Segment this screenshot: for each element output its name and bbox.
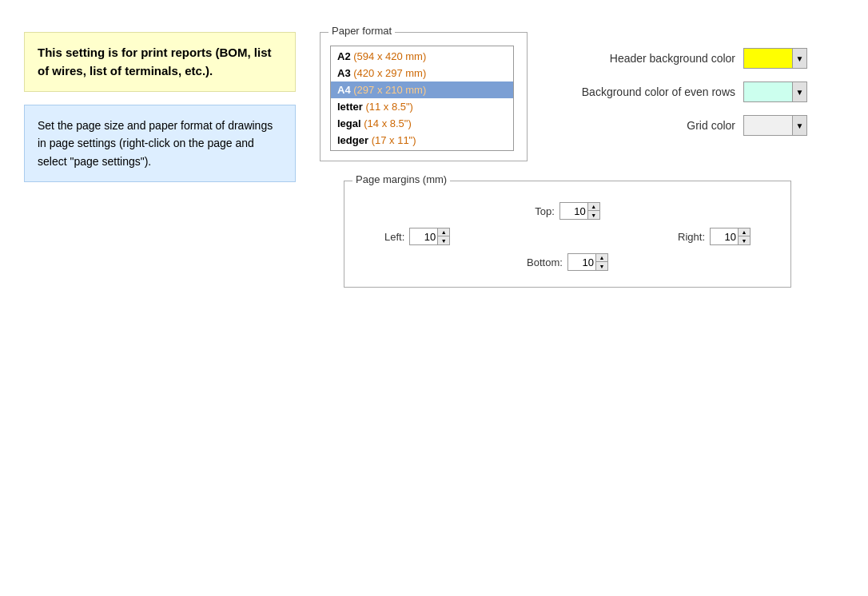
list-item[interactable]: ledger (17 x 11") [331,132,513,149]
format-name: legal [337,117,361,129]
left-margin-arrows: ▲ ▼ [437,228,449,244]
left-margin-input[interactable] [410,228,437,244]
yellow-info-box: This setting is for print reports (BOM, … [24,32,296,92]
format-size: (17 x 11") [372,134,416,146]
right-margin-arrows: ▲ ▼ [738,228,750,244]
right-margin-spinner[interactable]: ▲ ▼ [710,228,751,245]
top-margin-spinner[interactable]: ▲ ▼ [559,202,600,220]
bottom-margin-arrows: ▲ ▼ [595,254,607,270]
even-rows-dropdown-arrow-icon[interactable]: ▼ [792,82,806,101]
top-margin-down-arrow-icon[interactable]: ▼ [588,211,599,219]
blue-info-box: Set the page size and paper format of dr… [24,105,296,182]
left-margin-spinner[interactable]: ▲ ▼ [409,228,450,245]
blue-info-text: Set the page size and paper format of dr… [38,119,273,168]
left-margin-label: Left: [384,231,404,243]
format-size: (11 x 8.5") [365,101,413,113]
even-rows-bg-color-swatch [744,82,792,101]
top-margin-input[interactable] [560,203,587,219]
format-size: (420 x 297 mm) [353,67,426,79]
left-panel: This setting is for print reports (BOM, … [24,32,296,288]
list-item[interactable]: A3 (420 x 297 mm) [331,65,513,81]
color-settings-panel: Header background color ▼ Background col… [559,32,807,136]
grid-color-swatch [744,116,792,135]
even-rows-bg-color-button[interactable]: ▼ [743,81,807,102]
header-bg-color-swatch [744,49,792,68]
list-item[interactable]: A2 (594 x 420 mm) [331,48,513,65]
bottom-margin-spinner[interactable]: ▲ ▼ [567,253,608,271]
header-bg-dropdown-arrow-icon[interactable]: ▼ [792,49,806,68]
header-bg-color-row: Header background color ▼ [559,48,807,69]
bottom-margin-label: Bottom: [527,256,563,268]
format-name: ledger [337,134,368,146]
grid-dropdown-arrow-icon[interactable]: ▼ [792,116,806,135]
list-item-selected[interactable]: A4 (297 x 210 mm) [331,81,513,98]
bottom-margin-up-arrow-icon[interactable]: ▲ [596,254,607,262]
even-rows-bg-color-row: Background color of even rows ▼ [559,81,807,102]
yellow-info-text: This setting is for print reports (BOM, … [38,46,272,77]
even-rows-bg-color-label: Background color of even rows [559,85,735,98]
paper-format-group: Paper format A2 (594 x 420 mm) A3 (420 x… [320,32,528,161]
right-section: Paper format A2 (594 x 420 mm) A3 (420 x… [320,32,844,288]
paper-format-list: A2 (594 x 420 mm) A3 (420 x 297 mm) A4 (… [330,46,514,151]
left-margin-up-arrow-icon[interactable]: ▲ [438,228,449,236]
top-row: Paper format A2 (594 x 420 mm) A3 (420 x… [320,32,844,161]
grid-color-row: Grid color ▼ [559,115,807,136]
grid-color-button[interactable]: ▼ [743,115,807,136]
format-name: A3 [337,67,351,79]
format-name: A4 [337,84,351,96]
page-margins-group: Page margins (mm) Top: ▲ ▼ [344,181,791,288]
right-margin-input[interactable] [711,228,738,244]
top-margin-arrows: ▲ ▼ [587,203,599,219]
right-margin-label: Right: [678,231,705,243]
format-name: A2 [337,50,351,62]
page-margins-legend: Page margins (mm) [352,173,450,185]
right-margin-down-arrow-icon[interactable]: ▼ [739,236,750,244]
format-size: (14 x 8.5") [364,117,412,129]
bottom-margin-input[interactable] [568,254,595,270]
top-margin-up-arrow-icon[interactable]: ▲ [588,203,599,211]
format-name: letter [337,101,363,113]
bottom-margin-down-arrow-icon[interactable]: ▼ [596,262,607,270]
grid-color-label: Grid color [559,119,735,132]
top-margin-label: Top: [535,205,555,217]
format-size: (297 x 210 mm) [353,84,426,96]
list-item[interactable]: legal (14 x 8.5") [331,115,513,132]
list-item[interactable]: letter (11 x 8.5") [331,98,513,115]
left-margin-down-arrow-icon[interactable]: ▼ [438,236,449,244]
right-margin-up-arrow-icon[interactable]: ▲ [739,228,750,236]
format-size: (594 x 420 mm) [353,50,426,62]
header-bg-color-button[interactable]: ▼ [743,48,807,69]
paper-format-legend: Paper format [328,25,395,37]
header-bg-color-label: Header background color [559,52,735,65]
